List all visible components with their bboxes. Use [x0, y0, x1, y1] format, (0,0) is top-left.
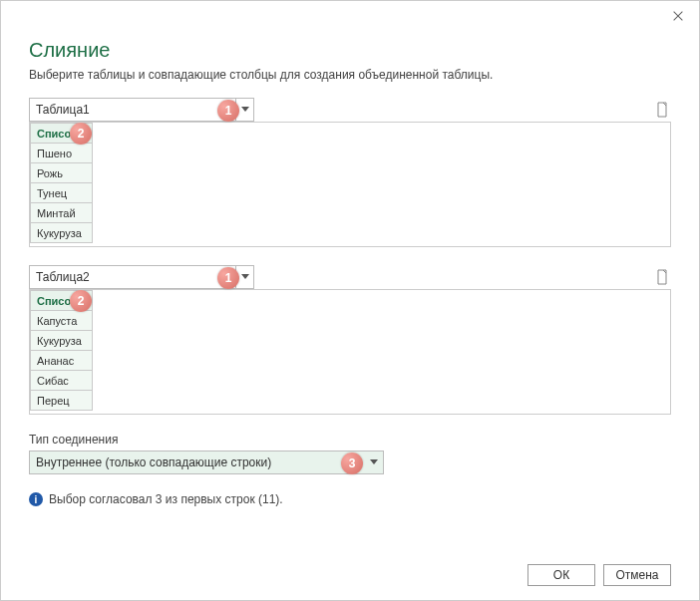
dialog-title: Слияние: [29, 39, 671, 62]
table2-select-text: Таблица2: [30, 270, 235, 284]
refresh-icon[interactable]: [653, 101, 671, 119]
join-type-select[interactable]: Внутреннее (только совпадающие строки) 3: [29, 451, 384, 474]
table2-cell[interactable]: Перец: [31, 391, 93, 411]
table1-select-text: Таблица1: [30, 103, 235, 117]
table1-cell[interactable]: Тунец: [31, 183, 93, 203]
table2-cell[interactable]: Кукуруза: [31, 331, 93, 351]
step-badge-1a: 1: [217, 100, 239, 122]
table2-select[interactable]: Таблица2 1: [29, 265, 254, 289]
table1-preview: 2 Список1 Пшено Рожь Тунец Минтай Кукуру…: [29, 122, 671, 247]
info-icon: i: [29, 492, 43, 506]
dialog-subtitle: Выберите таблицы и совпадающие столбцы д…: [29, 68, 671, 82]
table2-preview: 2 Список2 Капуста Кукуруза Ананас Сибас …: [29, 289, 671, 415]
table2-cell[interactable]: Капуста: [31, 311, 93, 331]
step-badge-3: 3: [341, 452, 363, 474]
merge-dialog: Слияние Выберите таблицы и совпадающие с…: [0, 0, 700, 601]
status-text: Выбор согласовал 3 из первых строк (11).: [49, 492, 283, 506]
table1-select[interactable]: Таблица1 1: [29, 98, 254, 122]
close-icon[interactable]: [671, 9, 687, 25]
table1-cell[interactable]: Пшено: [31, 144, 93, 163]
svg-marker-2: [241, 107, 249, 112]
refresh-icon[interactable]: [653, 268, 671, 286]
svg-marker-4: [370, 459, 378, 464]
cancel-button[interactable]: Отмена: [603, 564, 671, 586]
table1-cell[interactable]: Минтай: [31, 203, 93, 223]
table2-cell[interactable]: Ананас: [31, 351, 93, 371]
step-badge-2b: 2: [70, 290, 92, 312]
join-type-text: Внутреннее (только совпадающие строки): [30, 455, 365, 469]
svg-marker-3: [241, 274, 249, 279]
ok-button[interactable]: ОК: [527, 564, 595, 586]
table1-cell[interactable]: Рожь: [31, 163, 93, 183]
table2-cell[interactable]: Сибас: [31, 371, 93, 391]
status-row: i Выбор согласовал 3 из первых строк (11…: [29, 492, 671, 506]
step-badge-1b: 1: [217, 267, 239, 289]
step-badge-2a: 2: [70, 123, 92, 145]
caret-down-icon: [365, 451, 383, 473]
join-type-label: Тип соединения: [29, 433, 671, 447]
table1-cell[interactable]: Кукуруза: [31, 223, 93, 243]
